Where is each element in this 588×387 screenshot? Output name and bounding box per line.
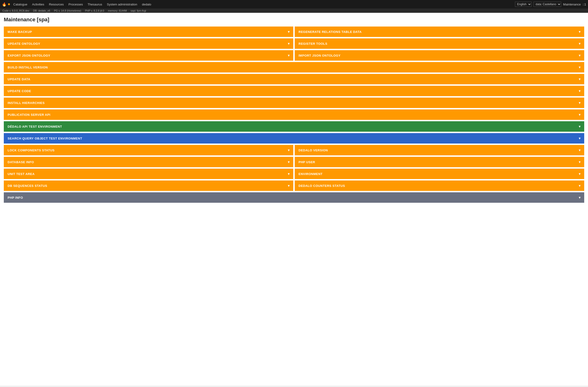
register-tools-label: REGISTER TOOLS [298,42,327,45]
nav-system-admin[interactable]: System administration [105,2,139,7]
database-info-label: DATABASE INFO [8,160,34,164]
chevron-down-icon: ▾ [579,125,581,128]
language-select[interactable]: English [515,2,532,7]
build-install-version-btn[interactable]: BUILD INSTALL VERSION ▾ [4,62,584,73]
php-label: PHP v. 8.2.8 jit:0 [85,9,104,12]
db-label: DB: dedalo_v6 [33,9,50,12]
section-row-8: PUBLICATION SERVER API ▾ [4,109,584,120]
section-row-1: MAKE BACKUP ▾ REGENERATE RELATIONS TABLE… [4,26,584,37]
db-sequences-status-btn[interactable]: DB SEQUENCES STATUS ▾ [4,180,293,191]
nav-catalogue[interactable]: Catalogue [11,2,29,7]
chevron-down-icon: ▾ [288,30,290,34]
update-data-btn[interactable]: UPDATE DATA ▾ [4,74,584,84]
section-row-7: INSTALL HIERARCHIES ▾ [4,97,584,108]
import-json-ontology-label: IMPORT JSON ONTOLOGY [298,54,340,57]
make-backup-btn[interactable]: MAKE BACKUP ▾ [4,26,293,37]
flame-icon: 🔥 [2,2,7,7]
navbar: 🔥 ✸ Catalogue Activities Resources Proce… [0,0,588,9]
chevron-down-icon: ▾ [288,42,290,45]
chevron-down-icon: ▾ [579,196,581,199]
nav-processes[interactable]: Processes [67,2,85,7]
sun-icon: ✸ [8,2,10,6]
update-code-label: UPDATE CODE [8,89,31,93]
publication-server-api-btn[interactable]: PUBLICATION SERVER API ▾ [4,109,584,120]
nav-dedalo[interactable]: dedalo [140,2,153,7]
page-title: Maintenance [spa] [4,17,584,23]
dedalo-version-label: DEDALO VERSION [298,149,328,152]
export-json-ontology-label: EXPORT JSON ONTOLOGY [8,54,50,57]
database-info-btn[interactable]: DATABASE INFO ▾ [4,157,293,167]
dedalo-version-btn[interactable]: DEDALO VERSION ▾ [295,145,584,155]
section-row-5: UPDATE DATA ▾ [4,74,584,84]
environment-btn[interactable]: ENVIRONMENT ▾ [295,169,584,179]
section-row-10: SEARCH QUERY OBJECT TEST ENVIRONMENT ▾ [4,133,584,144]
register-tools-btn[interactable]: REGISTER TOOLS ▾ [295,38,584,49]
build-install-version-label: BUILD INSTALL VERSION [8,66,48,69]
section-row-6: UPDATE CODE ▾ [4,86,584,96]
chevron-down-icon: ▾ [579,172,581,176]
chevron-down-icon: ▾ [579,101,581,105]
update-ontology-label: UPDATE ONTOLOGY [8,42,40,45]
chevron-down-icon: ▾ [288,148,290,152]
publication-server-api-label: PUBLICATION SERVER API [8,113,50,116]
php-info-label: PHP INFO [8,196,23,199]
install-hierarchies-label: INSTALL HIERARCHIES [8,101,44,105]
pg-label: PG v. 14.8 (Homebrew) [54,9,81,12]
data-select[interactable]: data: Castellano [533,2,561,7]
unit-test-area-label: UNIT TEST AREA [8,172,35,176]
chevron-down-icon: ▾ [579,148,581,152]
chevron-down-icon: ▾ [579,136,581,140]
chevron-down-icon: ▾ [579,184,581,188]
dedalo-api-test-btn[interactable]: DÉDALO API TEST ENVIRONMENT ▾ [4,121,584,132]
export-json-ontology-btn[interactable]: EXPORT JSON ONTOLOGY ▾ [4,50,293,61]
chevron-down-icon: ▾ [579,30,581,34]
chevron-down-icon: ▾ [579,77,581,81]
code-version: Code v. 6.0.0_RC8.dev [2,9,29,12]
chevron-down-icon: ▾ [579,89,581,93]
make-backup-label: MAKE BACKUP [8,30,32,34]
main-content: Maintenance [spa] MAKE BACKUP ▾ REGENERA… [0,13,588,386]
status-bar: Code v. 6.0.0_RC8.dev DB: dedalo_v6 PG v… [0,9,588,13]
php-user-label: PHP USER [298,160,315,164]
memory-label: memory: 6144M [108,9,126,12]
update-data-label: UPDATE DATA [8,77,30,81]
sapi-label: sapi: fpm-fcgi [131,9,146,12]
php-user-btn[interactable]: PHP USER ▾ [295,157,584,167]
section-row-14: DB SEQUENCES STATUS ▾ DEDALO COUNTERS ST… [4,180,584,191]
section-row-13: UNIT TEST AREA ▾ ENVIRONMENT ▾ [4,169,584,179]
update-code-btn[interactable]: UPDATE CODE ▾ [4,86,584,96]
nav-thesaurus[interactable]: Thesaurus [85,2,104,7]
regenerate-relations-btn[interactable]: REGENERATE RELATIONS TABLE DATA ▾ [295,26,584,37]
dedalo-counters-status-btn[interactable]: DEDALO COUNTERS STATUS ▾ [295,180,584,191]
navbar-right: English data: Castellano Maintenance ::1 [515,2,586,7]
environment-label: ENVIRONMENT [298,172,323,176]
regenerate-relations-label: REGENERATE RELATIONS TABLE DATA [298,30,362,34]
chevron-down-icon: ▾ [579,54,581,57]
chevron-down-icon: ▾ [579,113,581,116]
install-hierarchies-btn[interactable]: INSTALL HIERARCHIES ▾ [4,97,584,108]
search-query-object-test-label: SEARCH QUERY OBJECT TEST ENVIRONMENT [8,137,82,140]
chevron-down-icon: ▾ [288,184,290,188]
update-ontology-btn[interactable]: UPDATE ONTOLOGY ▾ [4,38,293,49]
php-info-btn[interactable]: PHP INFO ▾ [4,192,584,203]
section-row-2: UPDATE ONTOLOGY ▾ REGISTER TOOLS ▾ [4,38,584,49]
section-row-9: DÉDALO API TEST ENVIRONMENT ▾ [4,121,584,132]
counter-label: ::1 [583,3,586,6]
db-sequences-status-label: DB SEQUENCES STATUS [8,184,47,188]
unit-test-area-btn[interactable]: UNIT TEST AREA ▾ [4,169,293,179]
chevron-down-icon: ▾ [288,54,290,57]
section-row-12: DATABASE INFO ▾ PHP USER ▾ [4,157,584,167]
section-row-3: EXPORT JSON ONTOLOGY ▾ IMPORT JSON ONTOL… [4,50,584,61]
import-json-ontology-btn[interactable]: IMPORT JSON ONTOLOGY ▾ [295,50,584,61]
chevron-down-icon: ▾ [579,65,581,69]
lock-components-status-btn[interactable]: LOCK COMPONENTS STATUS ▾ [4,145,293,155]
nav-resources[interactable]: Resources [47,2,66,7]
search-query-object-test-btn[interactable]: SEARCH QUERY OBJECT TEST ENVIRONMENT ▾ [4,133,584,144]
chevron-down-icon: ▾ [579,42,581,45]
section-row-4: BUILD INSTALL VERSION ▾ [4,62,584,73]
section-row-15: PHP INFO ▾ [4,192,584,203]
nav-activities[interactable]: Activities [30,2,46,7]
chevron-down-icon: ▾ [579,160,581,164]
dedalo-counters-status-label: DEDALO COUNTERS STATUS [298,184,345,188]
lock-components-status-label: LOCK COMPONENTS STATUS [8,149,55,152]
